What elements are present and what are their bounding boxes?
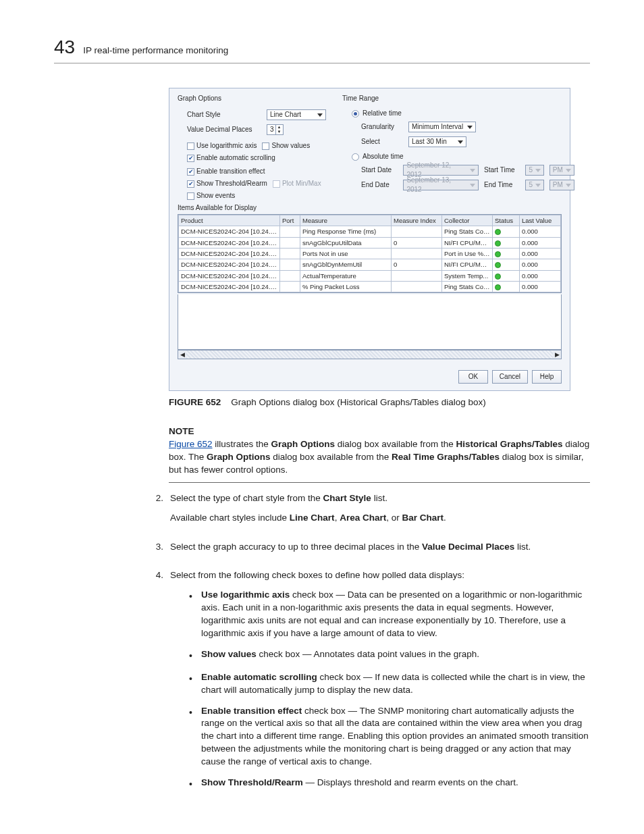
bullet-use-log: Use logarithmic axis check box — Data ca… — [189, 589, 590, 640]
end-date-label: End Date — [361, 180, 398, 190]
decimal-places-value: 3 — [270, 125, 274, 134]
show-events-checkbox[interactable]: Show events — [187, 191, 235, 201]
chevron-down-icon — [535, 184, 541, 187]
radio-icon — [352, 153, 359, 161]
figure-caption: FIGURE 652 Graph Options dialog box (His… — [169, 396, 590, 409]
step-4: 4. Select from the following check boxes… — [149, 569, 590, 799]
relative-time-radio[interactable]: Relative time — [352, 109, 574, 118]
checkbox-icon: ✔ — [187, 155, 194, 162]
figure-link[interactable]: Figure 652 — [169, 439, 213, 449]
auto-scroll-checkbox[interactable]: ✔ Enable automatic scrolling — [187, 153, 275, 163]
status-ok-icon — [495, 284, 501, 290]
help-button[interactable]: Help — [532, 370, 562, 384]
decimal-places-row: Value Decimal Places 3 ▲▼ — [187, 124, 326, 136]
step-3: 3. Select the graph accuracy to up to th… — [149, 541, 590, 561]
bullet-transition: Enable transition effect check box — The… — [189, 705, 590, 768]
table-row[interactable]: DCM-NICES2024C-204 [10.24.60.204]% Ping … — [179, 281, 561, 292]
start-time-label: Start Time — [484, 165, 520, 175]
table-header-row: Product Port Measure Measure Index Colle… — [179, 215, 561, 226]
table-row[interactable]: DCM-NICES2024C-204 [10.24.60.204]ActualT… — [179, 270, 561, 281]
chart-style-row: Chart Style Line Chart — [187, 109, 326, 121]
select-dropdown[interactable]: Last 30 Min — [408, 136, 466, 147]
bullet-show-values: Show values check box — Annotates data p… — [189, 648, 590, 663]
table-row[interactable]: DCM-NICES2024C-204 [10.24.60.204]Ports N… — [179, 249, 561, 259]
status-ok-icon — [495, 273, 501, 280]
chevron-down-icon — [535, 169, 541, 172]
checkbox-icon — [273, 180, 280, 188]
start-date-dropdown: September 12, 2012 — [403, 165, 479, 176]
chevron-down-icon — [566, 169, 571, 172]
horizontal-scrollbar[interactable]: ◀ ▶ — [178, 350, 562, 359]
chevron-down-icon — [566, 184, 571, 187]
end-time-label: End Time — [484, 180, 520, 190]
status-ok-icon — [495, 251, 501, 257]
items-title: Items Available for Display — [169, 203, 570, 214]
step-4-bullets: Use logarithmic axis check box — Data ca… — [189, 589, 590, 791]
use-log-checkbox[interactable]: Use logarithmic axis — [187, 141, 257, 151]
page-header: 43 IP real-time performance monitoring — [54, 34, 590, 63]
checkbox-icon — [187, 192, 194, 200]
table-row[interactable]: DCM-NICES2024C-204 [10.24.60.204]snAgGbl… — [179, 259, 561, 270]
chevron-down-icon — [467, 126, 473, 129]
chevron-down-icon — [458, 140, 463, 144]
step-2: 2. Select the type of chart style from t… — [149, 492, 590, 531]
note-body: Figure 652 illustrates the Graph Options… — [169, 438, 590, 477]
radio-icon — [352, 110, 359, 118]
checkbox-icon: ✔ — [187, 180, 194, 188]
select-label: Select — [361, 137, 403, 147]
time-range-title: Time Range — [342, 94, 574, 103]
page-title: IP real-time performance monitoring — [83, 45, 228, 57]
page-number: 43 — [54, 34, 75, 60]
chart-style-value: Line Chart — [270, 110, 301, 120]
chevron-down-icon — [317, 113, 323, 117]
scroll-left-icon[interactable]: ◀ — [178, 350, 186, 359]
decimal-places-spinner[interactable]: 3 ▲▼ — [267, 124, 284, 135]
ok-button[interactable]: OK — [458, 370, 488, 384]
status-ok-icon — [495, 262, 501, 268]
end-time-ampm: PM — [549, 180, 574, 190]
checkbox-icon — [262, 142, 269, 150]
threshold-checkbox[interactable]: ✔ Show Threshold/Rearm — [187, 179, 267, 188]
end-time-hour: 5 — [525, 180, 543, 190]
start-time-hour: 5 — [525, 165, 543, 176]
status-ok-icon — [495, 240, 501, 246]
figure-number: FIGURE 652 — [169, 397, 221, 407]
table-row[interactable]: DCM-NICES2024C-204 [10.24.60.204]snAgGbl… — [179, 237, 561, 248]
chart-style-label: Chart Style — [187, 110, 261, 120]
start-date-label: Start Date — [361, 165, 398, 175]
figure-text: Graph Options dialog box (Historical Gra… — [231, 397, 485, 407]
granularity-label: Granularity — [361, 122, 403, 132]
checkbox-icon — [187, 142, 194, 150]
dialog-buttons: OK Cancel Help — [169, 366, 570, 390]
chart-style-dropdown[interactable]: Line Chart — [267, 109, 326, 120]
start-time-ampm: PM — [549, 165, 574, 176]
bullet-auto-scroll: Enable automatic scrolling check box — I… — [189, 671, 590, 697]
graph-options-dialog: Graph Options Chart Style Line Chart Val… — [169, 88, 570, 391]
decimal-places-label: Value Decimal Places — [187, 125, 261, 134]
graph-options-title: Graph Options — [178, 94, 326, 103]
absolute-time-radio[interactable]: Absolute time — [352, 152, 574, 161]
graph-options-column: Graph Options Chart Style Line Chart Val… — [178, 94, 326, 201]
spinner-buttons[interactable]: ▲▼ — [275, 125, 283, 134]
time-range-column: Time Range Relative time Granularity Min… — [342, 94, 574, 201]
plot-minmax-checkbox: Plot Min/Max — [273, 179, 321, 188]
note-title: NOTE — [169, 425, 590, 438]
granularity-dropdown[interactable]: Minimum Interval — [408, 122, 476, 132]
scroll-track[interactable] — [186, 350, 553, 359]
end-date-dropdown: September 13, 2012 — [403, 180, 479, 190]
scroll-right-icon[interactable]: ▶ — [553, 350, 561, 359]
cancel-button[interactable]: Cancel — [492, 370, 528, 384]
show-values-checkbox[interactable]: Show values — [262, 141, 310, 151]
transition-checkbox[interactable]: ✔ Enable transition effect — [187, 167, 265, 176]
steps: 2. Select the type of chart style from t… — [149, 492, 590, 800]
dialog-top: Graph Options Chart Style Line Chart Val… — [169, 88, 570, 203]
table-row[interactable]: DCM-NICES2024C-204 [10.24.60.204]Ping Re… — [179, 226, 561, 237]
items-table[interactable]: Product Port Measure Measure Index Colle… — [178, 214, 562, 293]
status-ok-icon — [495, 229, 501, 235]
bullet-threshold: Show Threshold/Rearm — Displays threshol… — [189, 777, 590, 791]
chevron-down-icon — [470, 169, 475, 172]
checkbox-icon: ✔ — [187, 168, 194, 176]
chevron-down-icon — [470, 184, 475, 187]
note-block: NOTE Figure 652 illustrates the Graph Op… — [169, 425, 590, 483]
table-empty-area — [178, 294, 562, 350]
